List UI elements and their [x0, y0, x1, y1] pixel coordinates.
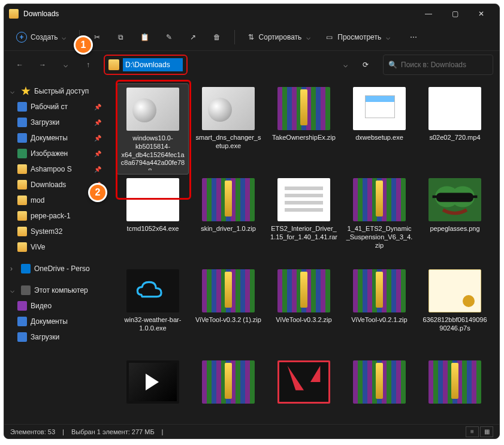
file-item[interactable]: s02e02_720.mp4 [419, 83, 491, 175]
view-icon: ▭ [326, 33, 333, 41]
scissors-icon: ✂ [94, 33, 100, 41]
file-thumbnail [428, 269, 481, 312]
sidebar-item-label: Загрузки [31, 333, 59, 341]
share-button[interactable]: ↗ [183, 27, 203, 47]
up-button[interactable]: ↑ [79, 55, 98, 74]
sidebar-label: Быстрый доступ [34, 87, 89, 95]
chevron-down-icon: ⌵ [10, 286, 17, 294]
file-thumbnail [202, 269, 255, 312]
refresh-button[interactable]: ⟳ [357, 55, 375, 75]
sort-button[interactable]: ⇅ Сортировать ⌵ [242, 27, 317, 47]
file-thumbnail [353, 269, 406, 312]
pin-icon: 📌 [94, 104, 101, 110]
sidebar-item[interactable]: pepe-pack-1 [7, 208, 105, 224]
sidebar-item[interactable]: Загрузки📌 [7, 115, 105, 130]
file-item[interactable]: ViVeTool-v0.3.2 (1).zip [192, 266, 264, 357]
sidebar-item[interactable]: Видео [7, 298, 105, 314]
file-item[interactable]: ViVeTool-v0.3.2.zip [268, 266, 340, 357]
chevron-down-icon: ⌵ [62, 33, 66, 41]
file-item[interactable]: win32-weather-bar-1.0.0.exe [117, 266, 189, 357]
file-item[interactable]: smart_dns_changer_setup.exe [192, 83, 264, 175]
address-history-button[interactable]: ⌵ [336, 55, 354, 75]
sidebar-item[interactable]: Рабочий ст📌 [7, 99, 105, 115]
more-button[interactable]: ⋯ [403, 27, 424, 47]
sidebar-item-label: Рабочий ст [31, 103, 68, 111]
file-item[interactable]: 6362812bbf0614909690246.p7s [419, 266, 491, 357]
maximize-button[interactable]: ▢ [442, 5, 468, 23]
file-item[interactable]: ViVeTool-v0.2.1.zip [343, 266, 415, 357]
rename-button[interactable]: ✎ [159, 27, 179, 47]
sidebar-item-label: mod [31, 196, 44, 205]
sidebar-item[interactable]: Ashampoo S📌 [7, 161, 105, 177]
file-item[interactable] [419, 357, 491, 422]
file-thumbnail [202, 360, 255, 404]
back-button[interactable]: ← [10, 55, 29, 74]
address-bar-group: ⌵ ⟳ [104, 55, 375, 75]
new-button[interactable]: + Создать ⌵ [10, 27, 72, 47]
recent-button[interactable]: ⌵ [56, 55, 75, 74]
sidebar-item-icon [17, 102, 27, 112]
folder-icon [9, 9, 19, 19]
details-view-toggle[interactable]: ≡ [466, 426, 479, 437]
plus-icon: + [16, 32, 27, 43]
sidebar-item[interactable]: ViVe [7, 239, 105, 255]
search-box[interactable]: 🔍 [383, 55, 493, 75]
file-pane[interactable]: windows10.0-kb5015814-x64_db4c15264fec1a… [107, 79, 499, 422]
file-item[interactable] [192, 357, 264, 422]
sidebar-quick-access[interactable]: ⌵ Быстрый доступ [7, 83, 105, 99]
status-selection: Выбран 1 элемент: 277 МБ [71, 428, 155, 435]
file-thumbnail [428, 360, 481, 404]
sidebar-item[interactable]: Документы📌 [7, 130, 105, 146]
thumbnails-view-toggle[interactable]: ▦ [480, 426, 493, 437]
search-input[interactable] [401, 61, 488, 69]
sidebar-item-label: System32 [31, 227, 62, 236]
forward-button[interactable]: → [33, 55, 52, 74]
sidebar: ⌵ Быстрый доступ Рабочий ст📌Загрузки📌Док… [4, 79, 107, 422]
minimize-button[interactable]: — [415, 5, 442, 23]
address-bar[interactable] [104, 55, 188, 75]
pin-icon: 📌 [94, 151, 101, 157]
sidebar-item[interactable]: System32 [7, 224, 105, 239]
address-input[interactable] [123, 58, 183, 71]
sidebar-item-label: Видео [31, 302, 52, 310]
sidebar-item-label: Downloads [31, 181, 66, 189]
file-item[interactable] [117, 357, 189, 422]
delete-button[interactable]: 🗑 [207, 27, 227, 47]
pc-icon [21, 285, 31, 295]
file-thumbnail [126, 360, 179, 404]
separator: | [62, 428, 64, 435]
copy-button[interactable]: ⧉ [111, 27, 131, 47]
folder-icon [108, 59, 119, 70]
nav-row: ← → ⌵ ↑ ⌵ ⟳ 🔍 [4, 51, 499, 79]
chevron-down-icon: ⌵ [386, 33, 390, 41]
sidebar-item[interactable]: Документы [7, 314, 105, 329]
star-icon [21, 86, 31, 96]
file-thumbnail [353, 87, 406, 130]
close-button[interactable]: ✕ [468, 5, 494, 23]
file-item[interactable] [343, 357, 415, 422]
file-item[interactable]: 1_41_ETS2_Dynamic_Suspension_V6_3_4.zip [343, 175, 415, 266]
sidebar-this-pc[interactable]: ⌵ Этот компьютер [7, 282, 105, 298]
sidebar-item[interactable]: Изображен📌 [7, 146, 105, 161]
file-item[interactable]: dxwebsetup.exe [343, 83, 415, 175]
file-name: 6362812bbf0614909690246.p7s [421, 316, 488, 333]
sidebar-onedrive[interactable]: › OneDrive - Perso [7, 261, 105, 276]
file-item[interactable]: TakeOwnershipEx.zip [268, 83, 340, 175]
new-button-label: Создать [31, 33, 58, 41]
file-item[interactable] [268, 357, 340, 422]
file-thumbnail [202, 178, 255, 221]
sidebar-item[interactable]: Загрузки [7, 329, 105, 345]
file-item[interactable]: skin_driver_1.0.zip [192, 175, 264, 266]
sidebar-item-icon [17, 317, 27, 326]
file-name: dxwebsetup.exe [355, 134, 403, 142]
file-item[interactable]: ETS2_Interior_Driver_1.15_for_1.40_1.41.… [268, 175, 340, 266]
paste-button[interactable]: 📋 [135, 27, 155, 47]
file-name: s02e02_720.mp4 [429, 134, 480, 142]
sidebar-item-icon [17, 149, 27, 158]
file-item[interactable]: windows10.0-kb5015814-x64_db4c15264fec1a… [117, 83, 189, 175]
file-item[interactable]: tcmd1052x64.exe [117, 175, 189, 266]
file-name: ViVeTool-v0.3.2.zip [276, 316, 331, 324]
view-button[interactable]: ▭ Просмотреть ⌵ [320, 27, 396, 47]
file-item[interactable]: pepeglasses.png [419, 175, 491, 266]
file-thumbnail [277, 87, 330, 130]
